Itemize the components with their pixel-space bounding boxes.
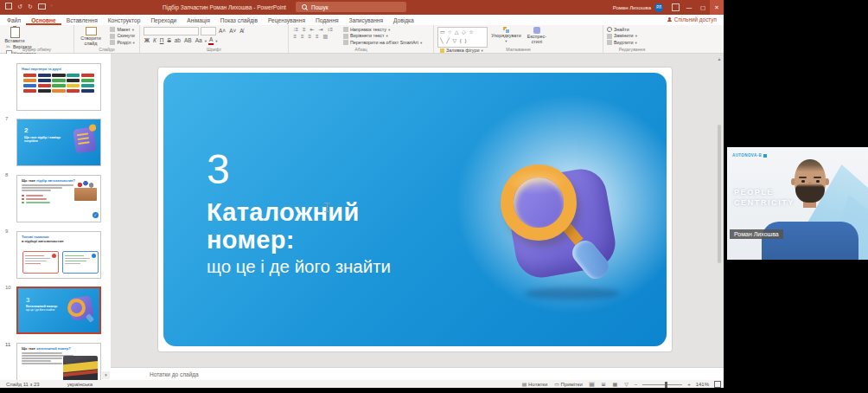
italic-button[interactable]: К xyxy=(152,38,157,44)
tab-help[interactable]: Довідка xyxy=(388,17,419,25)
slide-thumbnail-11-selected[interactable]: 3 Каталожний номер: що це і де його знай… xyxy=(16,287,101,334)
fit-slide-to-window-button[interactable] xyxy=(714,381,721,388)
underline-button[interactable]: П xyxy=(159,38,165,44)
line-spacing-button[interactable]: ↕≡ xyxy=(326,27,335,32)
minimize-button[interactable]: — xyxy=(682,0,696,15)
zoom-out-button[interactable]: – xyxy=(635,382,637,387)
paste-button[interactable]: Вставити xyxy=(3,27,26,44)
ribbon-display-options-button[interactable] xyxy=(668,0,682,15)
strikethrough-button[interactable]: S xyxy=(166,38,171,44)
slide-sorter-view-button[interactable]: ⊞ xyxy=(600,382,606,387)
slide-thumbnail-7[interactable]: Наші партнери та друзі xyxy=(16,63,101,111)
decrease-indent-button[interactable]: ⇤ xyxy=(309,27,316,32)
character-spacing-button[interactable]: АВ xyxy=(183,38,193,44)
replace-icon xyxy=(607,34,612,39)
zoom-slider[interactable] xyxy=(642,384,682,385)
font-color-button[interactable]: А xyxy=(208,37,214,45)
select-button[interactable]: Виділити▾ xyxy=(607,40,637,45)
text-shadow-button[interactable]: ab xyxy=(174,38,182,44)
group-label-font: Шрифт xyxy=(140,47,288,52)
grow-font-button[interactable]: А˄ xyxy=(218,29,227,35)
clear-formatting-button[interactable]: А̸ xyxy=(239,29,244,35)
search-box[interactable]: Пошук xyxy=(296,2,406,12)
layout-button[interactable]: Макет▾ xyxy=(110,27,134,32)
slideshow-view-button[interactable]: ▽ xyxy=(623,382,629,387)
numbering-button[interactable]: ≡ xyxy=(301,27,307,32)
tab-file[interactable]: Файл xyxy=(2,17,26,25)
thumb7-title: Наші партнери та друзі xyxy=(22,68,96,72)
increase-indent-button[interactable]: ⇥ xyxy=(317,27,324,32)
zoom-level[interactable]: 141% xyxy=(696,382,709,387)
align-center-button[interactable]: ≡ xyxy=(300,34,306,39)
start-presentation-icon[interactable] xyxy=(38,3,46,10)
main-vertical-scrollbar[interactable]: ▲ xyxy=(716,55,723,365)
account-name[interactable]: Роман Лихошва xyxy=(613,5,651,10)
bold-button[interactable]: Ж xyxy=(144,38,150,44)
comments-toggle-button[interactable]: ▭ Примітки xyxy=(553,382,584,387)
smartart-icon xyxy=(343,40,348,45)
notes-icon: ▤ xyxy=(522,382,528,387)
align-left-button[interactable]: ≡ xyxy=(292,34,298,39)
slide-thumbnail-10[interactable]: Типові помилки в підборі автозапчастин xyxy=(16,231,101,279)
tab-recording[interactable]: Записування xyxy=(344,17,388,25)
tab-insert[interactable]: Вставлення xyxy=(61,17,103,25)
reset-button[interactable]: Скинути xyxy=(110,33,134,38)
shapes-row-1: ▭ ○ △ ◇ ☆ xyxy=(440,29,485,37)
align-right-button[interactable]: ≡ xyxy=(307,34,313,39)
zoom-in-button[interactable]: + xyxy=(687,382,691,387)
thumbnail-scroll-down-button[interactable]: ▾ xyxy=(102,371,110,379)
thumb-number-8: 8 xyxy=(5,172,8,177)
slide-thumbnail-8[interactable]: 2 Що таке підбір і навіщо потрібен xyxy=(16,119,101,166)
section-icon xyxy=(110,40,115,45)
shapes-row-2: ╲ ╱ ▽ { } xyxy=(440,37,485,46)
account-avatar[interactable]: РЛ xyxy=(654,3,663,12)
notes-toggle-button[interactable]: ▤ Нотатки xyxy=(521,382,549,387)
zoom-slider-thumb[interactable] xyxy=(665,382,667,388)
save-icon[interactable] xyxy=(5,3,12,10)
slide-background: 3 Каталожний номер: що це і де його знай… xyxy=(163,73,667,346)
close-button[interactable]: ✕ xyxy=(710,0,724,15)
arrange-button[interactable]: Упорядкувати▾ xyxy=(491,27,520,44)
replace-button[interactable]: Замінити▾ xyxy=(607,33,637,38)
qat-customize-icon[interactable]: ▾ xyxy=(51,4,53,9)
section-button[interactable]: Розділ▾ xyxy=(110,40,134,45)
maximize-button[interactable]: ▢ xyxy=(696,0,710,15)
scroll-up-icon[interactable]: ▲ xyxy=(716,55,723,62)
slide-thumbnail-12[interactable]: Що таке каталожний номер? xyxy=(16,343,101,381)
find-button[interactable]: Знайти xyxy=(607,27,637,32)
shrink-font-button[interactable]: А˅ xyxy=(228,29,237,35)
slide-text-block[interactable]: 3 Каталожний номер: що це і де його знай… xyxy=(207,149,391,277)
justify-button[interactable]: ≡ xyxy=(315,34,321,39)
columns-button[interactable]: ▥ xyxy=(322,34,329,39)
new-slide-button[interactable]: Створити слайд xyxy=(78,27,104,47)
tab-review[interactable]: Рецензування xyxy=(263,17,310,25)
quick-access-toolbar: ↺ ↻ ▾ xyxy=(5,3,53,10)
font-size-combobox[interactable] xyxy=(201,27,216,35)
redo-icon[interactable]: ↻ xyxy=(28,3,33,10)
language-indicator[interactable]: українська xyxy=(67,382,93,387)
tab-slideshow[interactable]: Показ слайдів xyxy=(215,17,263,25)
align-text-button[interactable]: Вирівняти текст▾ xyxy=(343,33,422,38)
slide-canvas[interactable]: 3 Каталожний номер: що це і де його знай… xyxy=(158,68,672,351)
tab-transitions[interactable]: Переходи xyxy=(145,17,182,25)
quick-styles-button[interactable]: Експрес-стилі xyxy=(525,27,549,45)
new-slide-icon xyxy=(86,27,97,35)
reading-view-button[interactable]: ▦ xyxy=(611,382,618,387)
normal-view-button[interactable]: ▤ xyxy=(589,382,596,387)
notes-bar[interactable]: Нотатки до слайда xyxy=(111,367,724,380)
text-direction-button[interactable]: Напрямок тексту▾ xyxy=(343,27,422,32)
share-button[interactable]: Спільний доступ xyxy=(664,16,720,23)
convert-smartart-button[interactable]: Перетворити на об'єкт SmartArt▾ xyxy=(343,40,422,45)
font-name-combobox[interactable] xyxy=(144,27,199,35)
scrollbar-thumb[interactable] xyxy=(718,125,721,263)
shapes-gallery[interactable]: ▭ ○ △ ◇ ☆ ╲ ╱ ▽ { } xyxy=(437,27,488,48)
tab-design[interactable]: Конструктор xyxy=(103,17,146,25)
change-case-button[interactable]: Аа xyxy=(195,38,203,44)
tab-view[interactable]: Подання xyxy=(310,17,344,25)
slide-thumbnail-9[interactable]: Що таке підбір автозапчастин? ✓ xyxy=(16,175,101,222)
ribbon-group-slides: Створити слайд Макет▾ Скинути Розділ▾ Сл… xyxy=(74,25,140,53)
bullets-button[interactable]: ⁝≡ xyxy=(292,27,299,32)
tab-home[interactable]: Основне xyxy=(26,17,61,25)
tab-animations[interactable]: Анімація xyxy=(182,17,215,25)
undo-icon[interactable]: ↺ xyxy=(17,3,22,10)
